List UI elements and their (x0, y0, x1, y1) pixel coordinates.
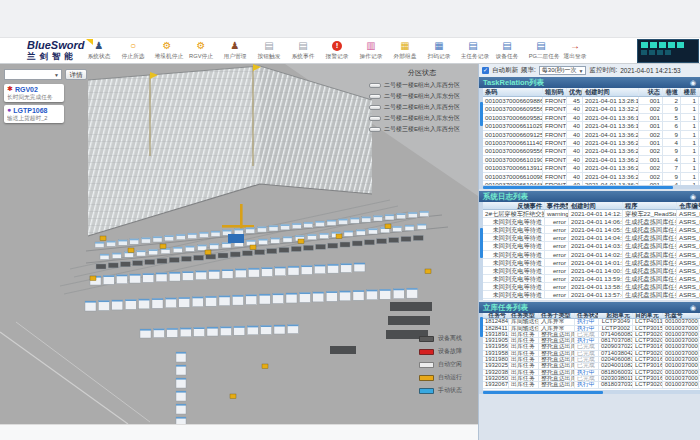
scrollbar-thumb[interactable] (483, 391, 603, 394)
table-row[interactable]: 未回到充电等待道error2021-04-01 14:04:56生成托盘拣回库任… (483, 234, 700, 242)
scrollbar-thumb[interactable] (480, 228, 483, 258)
zone-checkbox[interactable] (369, 83, 381, 88)
table-row[interactable]: 00100370006609582162FRONT402021-04-01 13… (483, 114, 700, 122)
table-row[interactable]: 未回到充电等待道error2021-04-01 14:01:54生成托盘拣回库任… (483, 259, 700, 267)
column-header[interactable]: 事件类型 (545, 202, 569, 209)
column-header[interactable]: 任务子类型 (539, 313, 575, 318)
toolbar-item-stacker-stop[interactable]: ⚙堆垛机停止 (154, 40, 180, 61)
vertical-scrollbar[interactable] (479, 202, 483, 300)
toolbar-item-pg-second-floor-tasks[interactable]: ▤PG二层任务 (528, 40, 554, 61)
toolbar-item-rgv-stop[interactable]: ⚙RGV停止 (188, 40, 214, 61)
column-header[interactable]: 巷道 (663, 88, 681, 96)
column-header[interactable]: 目的单元 (633, 313, 663, 318)
details-button[interactable]: 详情 (65, 69, 87, 80)
toolbar-item-stop-selected[interactable]: ○停止所选 (120, 40, 146, 61)
table-row[interactable]: 00100370006609556770FRONT402021-04-01 13… (483, 105, 700, 113)
zone-label: 二号楼二楼E组出入库西分区 (384, 103, 460, 112)
zone-checkbox[interactable] (369, 127, 381, 132)
table-row[interactable]: 未回到充电等待道error2021-04-01 14:02:55生成托盘拣回库任… (483, 251, 700, 259)
column-header[interactable]: 反馈事件 (483, 202, 545, 209)
toolbar-item-scan-records[interactable]: ▦扫码记录 (426, 40, 452, 61)
table-row[interactable]: 未回到充电等待道error2021-04-01 14:03:56生成托盘拣回库任… (483, 242, 700, 250)
horizontal-scrollbar[interactable] (479, 185, 700, 189)
column-header[interactable]: 创建时间 (569, 202, 623, 209)
cell: 1931956 (483, 344, 509, 349)
toolbar-item-logout[interactable]: →退出登录 (562, 40, 588, 61)
cell: FRONT (543, 156, 567, 163)
status-block-icon (649, 50, 655, 55)
table-row[interactable]: 00100370006610190639FRONT402021-04-01 13… (483, 156, 700, 164)
table-row[interactable]: 未回到充电等待道error2021-04-01 14:05:56生成托盘拣回库任… (483, 226, 700, 234)
cell: 002 (639, 105, 663, 112)
legend-row: 自动运行 (419, 371, 462, 384)
cell: 已完成 (575, 344, 599, 349)
toolbar-item-button-trigger[interactable]: ▤按钮触发 (256, 40, 282, 61)
cell: 1932050 (483, 376, 509, 381)
alarm-card-rgv02[interactable]: ✱ RGV02 长时间无完成任务 (4, 84, 64, 102)
column-header[interactable]: 创建时间 (583, 88, 639, 96)
table-row[interactable]: 未回到充电等待道error2021-04-01 13:57:49生成托盘拣回库任… (483, 291, 700, 299)
table-row[interactable]: 1932067出库任务整托直达出库执行中0818037032LCTP302000… (483, 382, 700, 388)
device-select[interactable]: ▼ (4, 69, 62, 80)
column-header[interactable]: 托盘号 (663, 313, 699, 318)
cell: 1 (681, 139, 699, 146)
column-header[interactable]: 起始单元 (599, 313, 633, 318)
column-header[interactable]: 箱别码 (543, 88, 567, 96)
table-row[interactable]: 00100370006611029457FRONT402021-04-01 13… (483, 122, 700, 130)
panel-circle-icon[interactable]: ◉ (690, 79, 696, 87)
column-header[interactable]: 任务号 (483, 313, 509, 318)
scrollbar-thumb[interactable] (480, 102, 483, 126)
scrollbar-thumb[interactable] (480, 317, 483, 337)
scan-records-icon: ▦ (426, 40, 452, 52)
refresh-frequency-select[interactable]: 每30(秒)一次 ▼ (539, 66, 587, 75)
vertical-scrollbar[interactable] (479, 88, 483, 185)
cell: 整托直达出库 (539, 351, 575, 356)
column-header[interactable]: 仓库编号 (677, 202, 700, 209)
zone-checkbox[interactable] (369, 116, 381, 121)
table-row[interactable]: 00100370006610098881FRONT402021-04-01 13… (483, 173, 700, 181)
alarm-card-lgtp1068[interactable]: ● LGTP1068 输送上货超时_2 (4, 105, 64, 123)
table-row[interactable]: 00100370006613912005FRONT402021-04-01 13… (483, 164, 700, 172)
toolbar-item-external-palletizing[interactable]: ▦外部组盘 (392, 40, 418, 61)
cell: error (545, 226, 569, 233)
table-row[interactable]: 未回到充电等待道error2021-04-01 13:58:50生成托盘拣回库任… (483, 283, 700, 291)
cell: 2021-04-01 13:28:11 (583, 97, 639, 104)
table-row[interactable]: 00100370006609125125FRONT402021-04-01 13… (483, 131, 700, 139)
table-row[interactable]: 00100370006611140195FRONT402021-04-01 13… (483, 139, 700, 147)
column-header[interactable]: 任务类型 (509, 313, 539, 318)
zone-checkbox[interactable] (369, 105, 381, 110)
toolbar-item-operation-records[interactable]: ▥操作记录 (358, 40, 384, 61)
toolbar-item-main-task-records[interactable]: ▤主任务记录 (460, 40, 486, 61)
table-row[interactable]: 未回到充电等待道error2021-04-01 14:06:57生成托盘拣回库任… (483, 218, 700, 226)
scrollbar-thumb[interactable] (483, 186, 673, 189)
cell: error (545, 291, 569, 298)
vertical-scrollbar[interactable] (479, 313, 483, 390)
cell: 出库任务 (509, 382, 539, 387)
toolbar-item-user-management[interactable]: ♟用户管理 (222, 40, 248, 61)
zone-checkbox[interactable] (369, 94, 381, 99)
table-row[interactable]: 未回到充电等待道error2021-04-01 13:59:51生成托盘拣回库任… (483, 275, 700, 283)
auto-refresh-checkbox[interactable]: ✓ (482, 67, 489, 74)
column-header[interactable]: 程序 (623, 202, 677, 209)
cell: 已完成 (575, 332, 599, 337)
toolbar-item-label: 系统状态 (87, 52, 112, 61)
device-id: LGTP1068 (13, 107, 47, 114)
horizontal-scrollbar[interactable] (479, 390, 700, 394)
toolbar-item-system-events[interactable]: ▤系统事件 (290, 40, 316, 61)
bottom-strip (0, 424, 478, 440)
column-header[interactable]: 状态 (639, 88, 663, 96)
column-header[interactable]: 任务状态 (575, 313, 599, 318)
table-row[interactable]: 2#七层穿梭车拒绝交换状态申请失败warning2021-04-01 14:12… (483, 210, 700, 218)
toolbar-item-alarm-records[interactable]: !报警记录 (324, 40, 350, 61)
panel-circle-icon[interactable]: ◉ (690, 304, 696, 312)
column-header[interactable]: 优先级 (567, 88, 583, 96)
panel-circle-icon[interactable]: ◉ (690, 193, 696, 201)
table-row[interactable]: 00100370006609886219FRONT452021-04-01 13… (483, 97, 700, 105)
table-row[interactable]: 00100370006609556770FRONT402021-04-01 13… (483, 147, 700, 155)
warehouse-tasks-panel-header: 立库任务列表 ◉ (479, 302, 700, 313)
toolbar-item-device-tasks[interactable]: ▤设备任务 (494, 40, 520, 61)
table-row[interactable]: 未回到充电等待道error2021-04-01 14:00:52生成托盘拣回库任… (483, 267, 700, 275)
column-header[interactable]: 楼层 (681, 88, 699, 96)
column-header[interactable]: 条码 (483, 88, 543, 96)
toolbar-item-system-status[interactable]: ♟系统状态 (86, 40, 112, 61)
